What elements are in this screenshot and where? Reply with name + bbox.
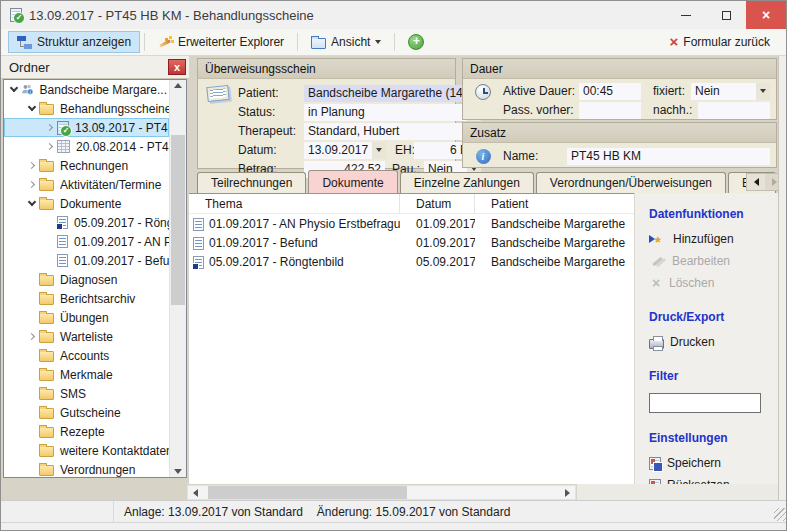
date-picker[interactable]: 13.09.2017 xyxy=(304,142,386,159)
patient-combobox[interactable]: Bandscheibe Margarethe (14 xyxy=(304,85,481,102)
filter-input[interactable] xyxy=(649,393,761,413)
chevron-collapsed-icon[interactable] xyxy=(42,118,57,137)
folder-icon xyxy=(39,446,54,457)
print-label: Drucken xyxy=(670,335,715,349)
tree-item-gutscheine[interactable]: Gutscheine xyxy=(4,403,169,422)
tree-item-uebungen[interactable]: Übungen xyxy=(4,308,169,327)
show-structure-button[interactable]: Struktur anzeigen xyxy=(8,31,140,53)
tree-item-sms[interactable]: SMS xyxy=(4,384,169,403)
tree-item-diagnosen[interactable]: Diagnosen xyxy=(4,270,169,289)
save-settings-button[interactable]: Speichern xyxy=(649,452,778,474)
add-entry-button[interactable]: * Hinzufügen xyxy=(649,228,778,250)
status-combobox[interactable]: in Planung xyxy=(304,104,481,121)
column-header-patient[interactable]: Patient xyxy=(475,194,634,213)
tree-item-merkmale[interactable]: Merkmale xyxy=(4,365,169,384)
form-back-button[interactable]: Formular zurück xyxy=(661,31,779,53)
folder-icon xyxy=(39,161,54,172)
scrollbar-thumb[interactable] xyxy=(208,486,407,499)
status-bar: Anlage: 13.09.2017 von Standard Änderung… xyxy=(1,500,787,522)
cell-datum: 05.09.2017 xyxy=(400,254,475,269)
cell-thema: 01.09.2017 - Befund xyxy=(209,236,318,250)
extra-panel-title: Zusatz xyxy=(463,123,776,143)
tree-item-rezepte[interactable]: Rezepte xyxy=(4,422,169,441)
horizontal-scrollbar[interactable] xyxy=(187,485,576,500)
tab-einzelne-zahlungen[interactable]: Einzelne Zahlungen xyxy=(400,172,534,193)
status-anlage: Anlage: 13.09.2017 von Standard xyxy=(124,505,303,519)
tree-item-label: Diagnosen xyxy=(58,273,119,287)
tab-scroll-left-button[interactable] xyxy=(747,174,765,190)
tab-dokumente[interactable]: Dokumente xyxy=(308,170,397,193)
folder-panel-header: Ordner xyxy=(1,56,189,79)
folder-panel-close-button[interactable] xyxy=(168,59,186,75)
chevron-down-icon[interactable] xyxy=(756,83,770,100)
tree-item-doc-befund[interactable]: 01.09.2017 - Befu... xyxy=(4,251,169,270)
therapist-value[interactable]: Standard, Hubert xyxy=(304,123,467,140)
titlebar[interactable]: 13.09.2017 - PT45 HB KM - Behandlungssch… xyxy=(1,1,786,29)
folder-icon xyxy=(39,351,54,362)
tree-item-schein-2014[interactable]: 20.08.2014 - PT45 xyxy=(4,137,169,156)
document-icon xyxy=(193,237,204,250)
scroll-right-icon[interactable] xyxy=(565,489,570,497)
tree-item-verordnungen[interactable]: Verordnungen xyxy=(4,460,169,477)
chevron-expanded-icon[interactable] xyxy=(24,194,39,213)
view-menu-button[interactable]: Ansicht xyxy=(302,31,390,53)
scrollbar-thumb[interactable] xyxy=(171,135,185,305)
tree-scrollbar[interactable] xyxy=(169,80,186,477)
tree-item-doc-roentgen[interactable]: 05.09.2017 - Röng... xyxy=(4,213,169,232)
tree-item-patient[interactable]: i Bandscheibe Margare... xyxy=(4,80,169,99)
extended-explorer-button[interactable]: Erweiterter Explorer xyxy=(149,31,293,53)
referral-icon xyxy=(204,84,232,178)
date-value[interactable]: 13.09.2017 xyxy=(304,142,372,159)
column-header-thema[interactable]: Thema xyxy=(189,194,400,213)
add-button[interactable] xyxy=(399,31,433,53)
tree-item-warteliste[interactable]: Warteliste xyxy=(4,327,169,346)
folder-icon xyxy=(39,465,54,476)
table-row[interactable]: 05.09.2017 - Röngtenbild 05.09.2017 Band… xyxy=(189,252,634,271)
table-row[interactable]: 01.09.2017 - Befund 01.09.2017 Bandschei… xyxy=(189,233,634,252)
after-value[interactable] xyxy=(698,102,770,119)
chevron-collapsed-icon[interactable] xyxy=(24,156,39,175)
scroll-up-icon[interactable] xyxy=(174,83,182,88)
scroll-down-icon[interactable] xyxy=(174,469,182,474)
tree-item-berichtsarchiv[interactable]: Berichtsarchiv xyxy=(4,289,169,308)
resize-grip[interactable] xyxy=(774,508,787,521)
chevron-expanded-icon[interactable] xyxy=(24,99,39,118)
chevron-collapsed-icon[interactable] xyxy=(42,137,57,156)
bottom-right-strip xyxy=(577,484,778,500)
tree-item-kontaktdaten[interactable]: weitere Kontaktdaten xyxy=(4,441,169,460)
maximize-button[interactable] xyxy=(706,1,746,29)
fixed-value[interactable]: Nein xyxy=(691,83,756,100)
chevron-down-icon[interactable] xyxy=(372,142,386,159)
column-header-datum[interactable]: Datum xyxy=(400,194,475,213)
eh-label: EH: xyxy=(386,143,414,157)
print-button[interactable]: Drucken xyxy=(649,331,778,353)
main-area: Ordner i Bandscheibe Margare... Behandlu… xyxy=(1,56,787,500)
chevron-collapsed-icon[interactable] xyxy=(24,175,39,194)
status-value[interactable]: in Planung xyxy=(304,104,467,121)
chevron-expanded-icon[interactable] xyxy=(6,80,21,99)
tree-item-rechnungen[interactable]: Rechnungen xyxy=(4,156,169,175)
tree-item-dokumente[interactable]: Dokumente xyxy=(4,194,169,213)
tree-item-aktivitaeten[interactable]: Aktivitäten/Termine xyxy=(4,175,169,194)
tree-item-accounts[interactable]: Accounts xyxy=(4,346,169,365)
patient-value[interactable]: Bandscheibe Margarethe (14 xyxy=(304,85,467,102)
wand-icon xyxy=(158,35,173,49)
close-button[interactable]: × xyxy=(746,1,786,29)
tree-item-selected-schein[interactable]: 13.09.2017 - PT45... xyxy=(4,118,169,137)
chevron-collapsed-icon[interactable] xyxy=(24,327,39,346)
content-vertical-scrollbar[interactable] xyxy=(778,56,787,500)
table-row[interactable]: 01.09.2017 - AN Physio Erstbefragung 01.… xyxy=(189,214,634,233)
therapist-combobox[interactable]: Standard, Hubert xyxy=(304,123,481,140)
add-label: Hinzufügen xyxy=(673,232,734,246)
tab-verordnungen[interactable]: Verordnungen/Überweisungen xyxy=(536,172,726,193)
duration-panel-title: Dauer xyxy=(463,59,776,79)
fixed-combobox[interactable]: Nein xyxy=(691,83,770,100)
minimize-button[interactable] xyxy=(666,1,706,29)
active-duration-value[interactable]: 00:45 xyxy=(579,83,641,100)
tree-item-doc-an[interactable]: 01.09.2017 - AN P... xyxy=(4,232,169,251)
tree-item-behandlungsscheine[interactable]: Behandlungsscheine xyxy=(4,99,169,118)
name-value[interactable]: PT45 HB KM xyxy=(567,148,770,165)
tab-teilrechnungen[interactable]: Teilrechnungen xyxy=(197,172,306,193)
passive-before-value[interactable] xyxy=(579,102,641,119)
scroll-left-icon[interactable] xyxy=(188,489,203,497)
